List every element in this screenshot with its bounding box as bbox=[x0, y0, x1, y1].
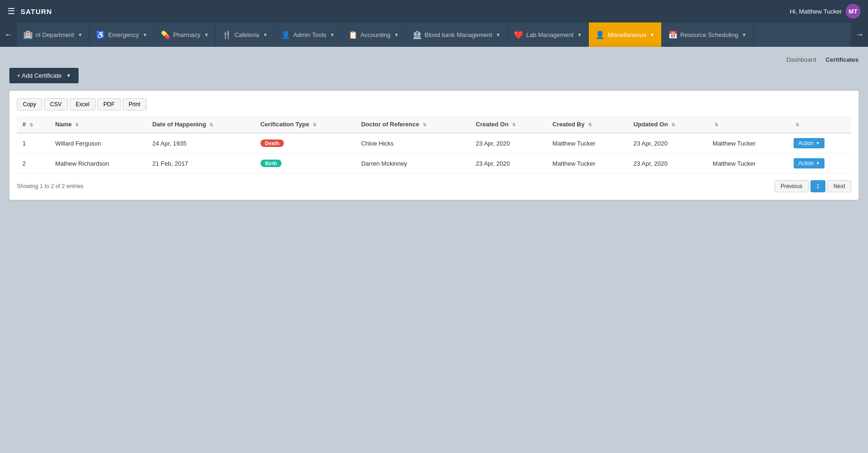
excel-button[interactable]: Excel bbox=[70, 98, 95, 110]
cell-cert-type: Death bbox=[255, 133, 356, 153]
action-chevron: ▼ bbox=[816, 161, 820, 166]
app-logo: SATURN bbox=[21, 7, 52, 15]
nav-label-cafeteria: Cafeteria bbox=[234, 31, 259, 38]
nav-label-bloodbank: Blood bank Management bbox=[425, 31, 492, 38]
pagination: Previous 1 Next bbox=[774, 180, 851, 192]
nav-label-admin: Admin Tools bbox=[293, 31, 326, 38]
cell-created-on: 23 Apr, 2020 bbox=[470, 153, 547, 174]
nav-item-cafeteria[interactable]: 🍴 Cafeteria ▼ bbox=[216, 22, 275, 47]
bloodbank-icon: 🏦 bbox=[412, 30, 422, 39]
print-button[interactable]: Print bbox=[123, 98, 146, 110]
chevron-down-icon: ▼ bbox=[143, 32, 147, 37]
nav-label-inpatient: nt Department bbox=[36, 31, 74, 38]
table-container: Copy CSV Excel PDF Print # ⇅ Name ⇅ Date… bbox=[9, 91, 859, 200]
hamburger-icon[interactable]: ☰ bbox=[7, 6, 15, 16]
cell-num: 2 bbox=[17, 153, 50, 174]
cell-created-by: Matthew Tucker bbox=[547, 153, 628, 174]
nav-item-admin[interactable]: 👤 Admin Tools ▼ bbox=[275, 22, 341, 47]
nav-item-emergency[interactable]: ♿ Emergency ▼ bbox=[89, 22, 154, 47]
page-header: + Add Certificate ▼ bbox=[9, 68, 859, 83]
table-header-row: # ⇅ Name ⇅ Date of Happening ⇅ Cerificat… bbox=[17, 116, 851, 133]
badge-birth: Birth bbox=[260, 160, 282, 167]
nav-items: 🏥 nt Department ▼ ♿ Emergency ▼ 💊 Pharma… bbox=[17, 22, 851, 47]
nav-next-arrow[interactable]: → bbox=[851, 22, 868, 47]
col-name: Name ⇅ bbox=[50, 116, 147, 133]
sort-icon: ⇅ bbox=[512, 123, 516, 127]
sort-icon: ⇅ bbox=[210, 123, 213, 127]
cell-name: Mathew Richardson bbox=[50, 153, 147, 174]
breadcrumb-certificates[interactable]: Certificates bbox=[825, 56, 859, 63]
cell-action: Action ▼ bbox=[788, 153, 851, 174]
cell-updated-by: Matthew Tucker bbox=[707, 153, 788, 174]
col-num: # ⇅ bbox=[17, 116, 50, 133]
export-buttons: Copy CSV Excel PDF Print bbox=[17, 98, 851, 110]
chevron-down-icon: ▼ bbox=[78, 32, 82, 37]
nav-item-bloodbank[interactable]: 🏦 Blood bank Management ▼ bbox=[406, 22, 507, 47]
accounting-icon: 📋 bbox=[348, 30, 358, 39]
sort-icon: ⇅ bbox=[588, 123, 592, 127]
table-row: 2 Mathew Richardson 21 Feb, 2017 Birth D… bbox=[17, 153, 851, 174]
chevron-down-icon: ▼ bbox=[204, 32, 209, 37]
add-certificate-button[interactable]: + Add Certificate ▼ bbox=[9, 68, 79, 83]
nav-item-inpatient[interactable]: 🏥 nt Department ▼ bbox=[17, 22, 89, 47]
action-button[interactable]: Action ▼ bbox=[794, 158, 825, 168]
pdf-button[interactable]: PDF bbox=[97, 98, 121, 110]
nav-label-miscellaneous: Miscellaneous bbox=[608, 31, 646, 38]
nav-label-emergency: Emergency bbox=[108, 31, 139, 38]
topbar: ☰ SATURN Hi, Matthew Tucker MT bbox=[0, 0, 868, 22]
table-row: 1 Willard Ferguson 24 Apr, 1935 Death Ch… bbox=[17, 133, 851, 153]
nav-item-lab[interactable]: ❤️ Lab Management ▼ bbox=[507, 22, 589, 47]
chevron-down-icon: ▼ bbox=[496, 32, 500, 37]
action-chevron: ▼ bbox=[816, 141, 820, 146]
cell-doctor: Chloe Hicks bbox=[355, 133, 470, 153]
navbar: ← 🏥 nt Department ▼ ♿ Emergency ▼ 💊 Phar… bbox=[0, 22, 868, 47]
topbar-left: ☰ SATURN bbox=[7, 6, 52, 16]
sort-icon: ⇅ bbox=[796, 123, 799, 127]
sort-icon: ⇅ bbox=[29, 123, 33, 127]
user-greeting: Hi, Matthew Tucker bbox=[790, 8, 842, 15]
chevron-down-icon: ▼ bbox=[650, 32, 655, 37]
nav-item-pharmacy[interactable]: 💊 Pharmacy ▼ bbox=[154, 22, 216, 47]
nav-item-resource[interactable]: 📅 Resource Scheduling ▼ bbox=[662, 22, 753, 47]
csv-button[interactable]: CSV bbox=[44, 98, 68, 110]
nav-item-accounting[interactable]: 📋 Accounting ▼ bbox=[342, 22, 406, 47]
cell-date: 24 Apr, 1935 bbox=[147, 133, 255, 153]
cell-updated-on: 23 Apr, 2020 bbox=[628, 153, 707, 174]
chevron-down-icon: ▼ bbox=[742, 32, 746, 37]
col-doctor: Doctor of Reference ⇅ bbox=[355, 116, 470, 133]
sort-icon: ⇅ bbox=[715, 123, 718, 127]
sort-icon: ⇅ bbox=[75, 123, 79, 127]
cell-created-on: 23 Apr, 2020 bbox=[470, 133, 547, 153]
inpatient-icon: 🏥 bbox=[23, 30, 33, 39]
col-action: ⇅ bbox=[788, 116, 851, 133]
cell-name: Willard Ferguson bbox=[50, 133, 147, 153]
sort-icon: ⇅ bbox=[672, 123, 675, 127]
chevron-down-icon: ▼ bbox=[577, 32, 582, 37]
chevron-down-icon: ▼ bbox=[263, 32, 268, 37]
copy-button[interactable]: Copy bbox=[17, 98, 42, 110]
col-updated-on: Updated On ⇅ bbox=[628, 116, 707, 133]
admin-icon: 👤 bbox=[281, 30, 290, 39]
cell-updated-by: Matthew Tucker bbox=[707, 133, 788, 153]
nav-item-miscellaneous[interactable]: 👤 Miscellaneous ▼ Notices Feedback & Rat… bbox=[589, 22, 661, 47]
cell-cert-type: Birth bbox=[255, 153, 356, 174]
page-1-button[interactable]: 1 bbox=[810, 180, 826, 192]
misc-icon: 👤 bbox=[595, 30, 605, 39]
next-button[interactable]: Next bbox=[827, 180, 851, 192]
nav-label-accounting: Accounting bbox=[361, 31, 391, 38]
nav-prev-arrow[interactable]: ← bbox=[0, 22, 17, 47]
certificates-table: # ⇅ Name ⇅ Date of Happening ⇅ Cerificat… bbox=[17, 116, 851, 174]
action-button[interactable]: Action ▼ bbox=[794, 138, 825, 148]
chevron-down-icon: ▼ bbox=[330, 32, 335, 37]
cafeteria-icon: 🍴 bbox=[222, 30, 231, 39]
sort-icon: ⇅ bbox=[423, 123, 427, 127]
breadcrumb-dashboard[interactable]: Dashboard bbox=[787, 56, 817, 63]
cell-created-by: Matthew Tucker bbox=[547, 133, 628, 153]
prev-button[interactable]: Previous bbox=[774, 180, 809, 192]
sort-icon: ⇅ bbox=[313, 123, 317, 127]
chevron-down-icon: ▼ bbox=[394, 32, 399, 37]
col-created-on: Created On ⇅ bbox=[470, 116, 547, 133]
cell-updated-on: 23 Apr, 2020 bbox=[628, 133, 707, 153]
avatar[interactable]: MT bbox=[846, 4, 861, 19]
cell-num: 1 bbox=[17, 133, 50, 153]
